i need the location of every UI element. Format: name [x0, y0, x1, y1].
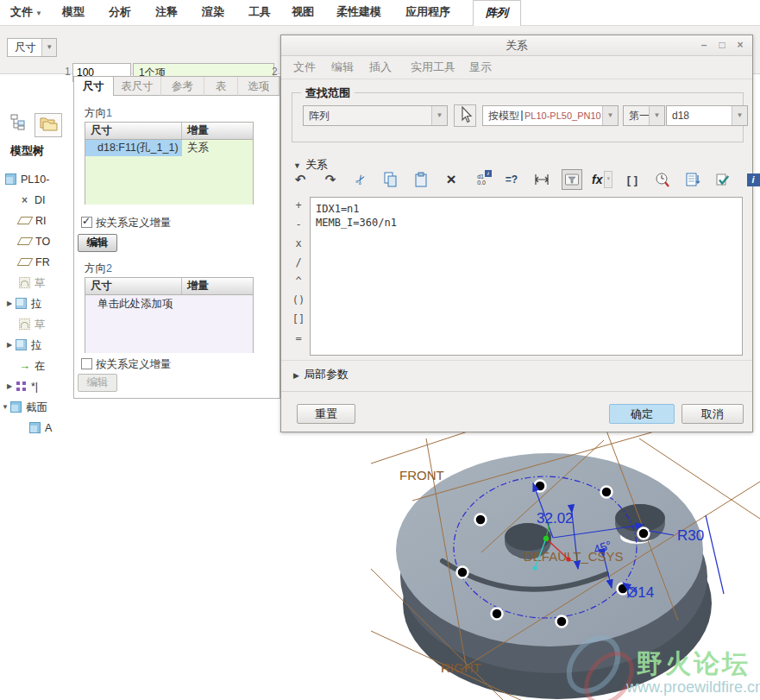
dlg-menu-show[interactable]: 显示	[469, 55, 492, 79]
folder-browser-tab[interactable]	[35, 113, 62, 137]
maximize-icon[interactable]: □	[713, 35, 731, 54]
menu-applications[interactable]: 应用程序	[397, 0, 459, 24]
expand-icon[interactable]: ▶	[7, 335, 16, 356]
menu-flexible-modeling[interactable]: 柔性建模	[328, 0, 390, 24]
history-icon[interactable]	[652, 169, 673, 190]
tab-tables[interactable]: 表	[204, 77, 239, 96]
csys-label[interactable]: DEFAULT_CSYS	[524, 549, 624, 564]
tree-item-sketch[interactable]: 草	[19, 313, 46, 334]
function-icon[interactable]: fx▾	[592, 169, 612, 190]
dlg-menu-insert[interactable]: 插入	[369, 55, 392, 79]
verify-icon[interactable]	[713, 169, 733, 190]
menu-render[interactable]: 渲染	[193, 0, 233, 24]
direction1-table[interactable]: 尺寸增量 d18:F11(孔_1_1) 关系	[85, 122, 254, 205]
relations-toolbar: ↶ ↷ ✂ × d10.0i =? fx▾ [ ]	[290, 169, 760, 190]
redo-icon[interactable]: ↷	[320, 169, 341, 190]
direction2-table[interactable]: 尺寸增量 单击此处添加项	[85, 277, 254, 353]
dimension-diameter-value[interactable]: Ø14	[626, 584, 654, 601]
tree-item-plane-right[interactable]: RI	[19, 210, 47, 230]
dlg-menu-utilities[interactable]: 实用工具	[411, 55, 455, 79]
add-item-placeholder[interactable]: 单击此处添加项	[85, 295, 253, 312]
relations-editor[interactable]: IDX1=n1 MEMB_I=360/n1	[310, 197, 743, 356]
cancel-button[interactable]: 取消	[681, 404, 744, 424]
3d-viewport[interactable]: 32.02 R30 Ø14 45° FRONT RIGHT DEFAULT_CS…	[267, 432, 760, 700]
evaluate-icon[interactable]: =?	[501, 169, 522, 190]
op-minus[interactable]: -	[295, 215, 301, 234]
op-power[interactable]: ^	[295, 272, 301, 291]
tab-pattern-active[interactable]: 阵列	[473, 0, 521, 26]
menu-model[interactable]: 模型	[53, 0, 93, 24]
select-item-button[interactable]	[454, 104, 476, 127]
dimension-cell-selected[interactable]: d18:F11(孔_1_1)	[85, 140, 182, 156]
model-dropdown[interactable]: 按模型PL10-PL50_PN10 ▼	[482, 105, 619, 126]
copy-icon[interactable]	[380, 169, 401, 190]
checkbox-checked-icon[interactable]	[81, 217, 92, 228]
close-icon[interactable]: ×	[732, 35, 749, 54]
op-plus[interactable]: +	[295, 196, 301, 215]
tree-item-plane-top[interactable]: TO	[19, 230, 50, 251]
chevron-down-icon[interactable]: ▼	[41, 39, 56, 56]
relation-increment-checkbox-row2[interactable]: 按关系定义增量	[81, 358, 172, 370]
tree-item-extrude[interactable]: ▶拉	[7, 334, 42, 355]
tree-item-sections[interactable]: ▼截面	[2, 396, 47, 417]
tab-references[interactable]: 参考	[161, 77, 204, 96]
tree-item-extrude[interactable]: ▶拉	[7, 293, 42, 313]
undo-icon[interactable]: ↶	[290, 169, 311, 190]
dlg-menu-file[interactable]: 文件	[293, 55, 316, 79]
minimize-icon[interactable]: –	[695, 35, 713, 54]
info-icon[interactable]: i	[743, 169, 760, 190]
tree-item-sketch[interactable]: 草	[19, 272, 46, 293]
dimension-angle-value[interactable]: 32.02	[537, 510, 574, 527]
chevron-down-icon[interactable]: ▾	[604, 171, 612, 188]
pattern-type-dropdown[interactable]: 尺寸 ▼	[7, 38, 57, 57]
tree-item-csys[interactable]: ×DI	[19, 189, 46, 210]
op-brackets[interactable]: []	[292, 310, 305, 329]
insert-dimension-icon[interactable]: d10.0i	[471, 169, 492, 190]
find-range-icon[interactable]	[562, 169, 582, 190]
op-parentheses[interactable]: ()	[292, 291, 305, 310]
expand-icon[interactable]: ▶	[7, 376, 16, 397]
op-equals[interactable]: =	[295, 329, 301, 348]
relation-increment-checkbox-row[interactable]: 按关系定义增量	[81, 217, 172, 229]
delete-icon[interactable]: ×	[441, 169, 462, 190]
tab-options[interactable]: 选项	[238, 77, 280, 96]
tree-item-insert-here[interactable]: →在	[19, 355, 46, 375]
expand-icon[interactable]: ▶	[7, 293, 16, 314]
menu-annotate[interactable]: 注释	[147, 0, 186, 24]
table-row[interactable]: d18:F11(孔_1_1) 关系	[85, 140, 253, 156]
collapse-icon[interactable]: ▼	[2, 397, 10, 418]
op-divide[interactable]: /	[295, 253, 301, 272]
dialog-title-bar[interactable]: 关系	[281, 35, 752, 56]
increment-cell[interactable]: 关系	[182, 140, 209, 156]
tree-item-section-a[interactable]: A	[29, 417, 52, 438]
expand-icon: ▶	[293, 371, 299, 380]
dlg-menu-edit[interactable]: 编辑	[331, 55, 354, 79]
edit-relation-button[interactable]: 编辑	[78, 234, 117, 252]
dimension-radius-value[interactable]: R30	[677, 527, 704, 544]
right-plane-label[interactable]: RIGHT	[441, 660, 481, 675]
ok-button[interactable]: 确定	[609, 404, 675, 424]
tree-item-part[interactable]: PL10-	[5, 168, 49, 189]
tab-table-dimensions[interactable]: 表尺寸	[114, 77, 162, 96]
cut-icon[interactable]: ✂	[347, 166, 375, 194]
reset-button[interactable]: 重置	[297, 404, 355, 424]
menu-file[interactable]: 文件▼	[2, 0, 51, 24]
sort-relations-icon[interactable]	[682, 169, 703, 190]
tree-item-pattern[interactable]: ▶*|	[7, 375, 38, 396]
paste-icon[interactable]	[411, 169, 431, 190]
local-parameters-header[interactable]: ▶局部参数	[293, 367, 349, 382]
instance-dropdown[interactable]: 第一 ▼	[623, 105, 665, 126]
menu-tools[interactable]: 工具	[240, 0, 280, 24]
checkbox-unchecked-icon[interactable]	[81, 358, 92, 369]
tree-item-plane-front[interactable]: FR	[19, 251, 50, 272]
front-plane-label[interactable]: FRONT	[399, 468, 444, 482]
tab-dimensions[interactable]: 尺寸	[74, 77, 114, 96]
menu-view[interactable]: 视图	[283, 0, 323, 24]
braces-icon[interactable]: [ ]	[622, 169, 643, 190]
parameter-dropdown[interactable]: d18 ▼	[666, 105, 748, 126]
scope-type-dropdown[interactable]: 阵列 ▼	[303, 105, 448, 126]
op-multiply[interactable]: x	[295, 234, 301, 253]
measure-icon[interactable]	[531, 169, 552, 190]
tree-view-tab[interactable]	[5, 113, 33, 137]
menu-analysis[interactable]: 分析	[100, 0, 140, 24]
